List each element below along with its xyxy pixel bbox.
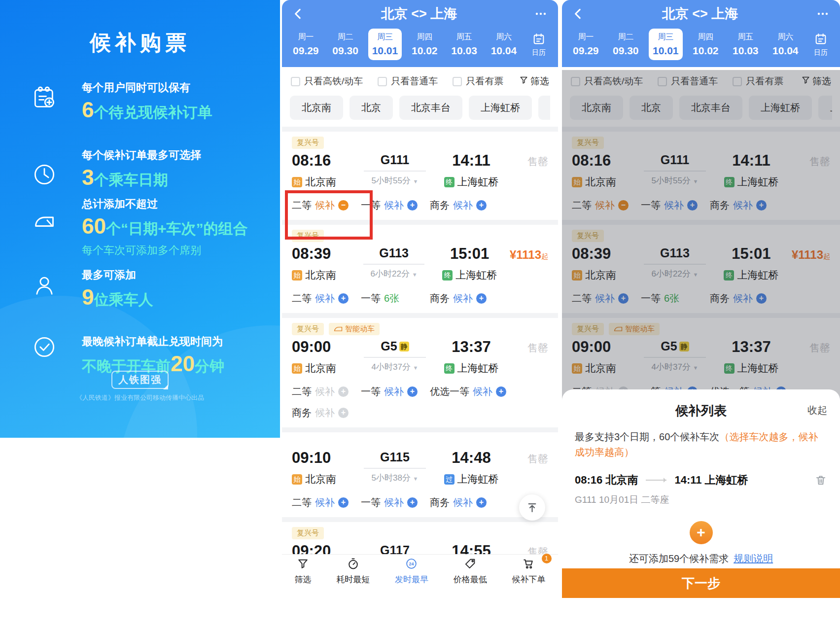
station-chip[interactable]: 上 [538,96,550,120]
station-chip[interactable]: 上海虹桥 [469,96,532,120]
arrival-station: 终上海虹桥 [431,175,512,189]
date-tab[interactable]: 周三10.01 [368,29,402,60]
filter-checkbox[interactable] [291,77,300,86]
plus-circle-icon[interactable]: + [407,497,418,508]
seat-class-label: 商务 [430,292,450,305]
duration-dropdown[interactable]: 5小时38分 ▼ [359,472,431,484]
seat-waitlist-toggle[interactable]: 二等候补− [292,199,361,212]
poster-text-span: 每个车次可添加多个席别 [82,244,201,256]
origin-badge: 始 [292,363,302,374]
date-tab[interactable]: 周一09.29 [569,29,603,60]
date-dow: 周四 [693,32,719,42]
entry-detail: G111 10月01日 二等座 [575,493,827,506]
calendar-label: 日历 [808,48,833,57]
duration-dropdown[interactable]: 4小时37分 ▼ [359,361,431,373]
back-button[interactable] [292,7,305,20]
funnel-icon[interactable] [519,75,528,87]
duration-dropdown[interactable]: 5小时55分 ▼ [359,175,431,186]
more-menu-button[interactable] [533,7,548,20]
plus-circle-icon[interactable]: + [476,200,487,210]
date-tab[interactable]: 周四10.02 [408,29,442,60]
sheet-title: 候补列表 [675,403,727,418]
seat-waitlist-toggle[interactable]: 二等候补+ [292,496,361,509]
duration-text: 4小时37分 [372,362,413,372]
delete-entry-button[interactable] [814,474,827,487]
back-to-top-button[interactable] [519,494,545,521]
date-tab[interactable]: 周四10.02 [689,29,723,60]
date-tab[interactable]: 周一09.29 [289,29,323,60]
filter-button[interactable]: 筛选 [519,75,549,88]
plus-circle-icon[interactable]: + [338,497,349,508]
waitlist-entry-row[interactable]: 08:16 北京南 14:11 上海虹桥 [575,473,827,488]
date-tab[interactable]: 周六10.04 [487,29,521,60]
header-row: 北京 <> 上海 [562,0,840,28]
date-tab[interactable]: 周五10.03 [729,29,763,60]
minus-circle-icon[interactable]: − [338,200,349,210]
plus-circle-icon[interactable]: + [338,408,349,418]
poster-text-span: 每个用户同时可以保有 [82,81,190,94]
seat-waitlist-toggle[interactable]: 一等6张 [361,292,430,305]
collapse-button[interactable]: 收起 [807,404,827,417]
train-row-card[interactable]: 复兴号智能动车09:00始北京南G5静4小时37分 ▼13:37终上海虹桥售罄二… [282,318,558,427]
add-waitlist-button[interactable]: + [690,521,713,544]
seat-waitlist-toggle[interactable]: 二等候补+ [292,385,361,398]
seat-waitlist-toggle[interactable]: 优选一等候补+ [430,385,506,398]
seat-waitlist-toggle[interactable]: 一等候补+ [361,496,430,509]
date-tab[interactable]: 周二09.30 [609,29,643,60]
plus-circle-icon[interactable]: + [338,293,349,304]
calendar-icon[interactable] [532,39,546,47]
filter-checkbox[interactable] [378,77,387,86]
plus-circle-icon[interactable]: + [476,293,487,304]
next-step-button[interactable]: 下一步 [562,568,840,598]
seat-waitlist-toggle[interactable]: 商务候补+ [430,199,499,212]
plus-circle-icon[interactable]: + [496,386,506,397]
filter-option[interactable]: 只看高铁/动车 [291,75,363,88]
station-chip[interactable]: 北京 [350,96,393,120]
date-value: 10.02 [412,45,438,56]
seat-class-label: 优选一等 [430,385,469,398]
seat-waitlist-toggle[interactable]: 二等候补+ [292,292,361,305]
filter-option[interactable]: 只看有票 [453,75,503,88]
filter-option[interactable]: 只看普通车 [378,75,438,88]
calendar-tab[interactable]: 日历 [808,32,833,57]
plus-circle-icon[interactable]: + [338,386,349,397]
date-tab[interactable]: 周五10.03 [447,29,481,60]
seat-waitlist-toggle[interactable]: 商务候补+ [292,406,361,420]
duration-dropdown[interactable]: 6小时22分 ▼ [358,268,430,280]
calendar-icon[interactable] [814,39,828,47]
tab-筛选[interactable]: 筛选 [294,558,311,585]
train-row-card[interactable]: 复兴号08:16始北京南G1115小时55分 ▼14:11终上海虹桥售罄二等候补… [282,132,558,220]
back-button[interactable] [572,7,585,20]
seat-value: 6张 [384,292,399,305]
rules-link[interactable]: 规则说明 [734,553,773,564]
date-tab[interactable]: 周二09.30 [328,29,362,60]
arrival-time: 15:01 [429,244,510,264]
tab-发时最早[interactable]: 24发时最早 [395,558,428,585]
plus-circle-icon[interactable]: + [407,200,418,210]
seat-waitlist-toggle[interactable]: 商务候补+ [430,292,499,305]
date-value: 10.01 [653,45,679,56]
date-tab[interactable]: 周六10.04 [769,29,803,60]
station-chip[interactable]: 北京丰台 [399,96,462,120]
train-row-card[interactable]: 09:10始北京南G1155小时38分 ▼14:48过上海虹桥售罄二等候补+一等… [282,432,558,517]
more-menu-button[interactable] [815,7,830,20]
date-tab[interactable]: 周三10.01 [649,29,683,60]
train-main-row: 08:16始北京南G1115小时55分 ▼14:11终上海虹桥售罄 [292,151,548,189]
seat-waitlist-toggle[interactable]: 一等候补+ [361,385,430,398]
calendar-tab[interactable]: 日历 [526,32,551,57]
tab-耗时最短[interactable]: 耗时最短 [336,558,370,585]
poster-line: 不晚于开车前20分钟 [82,351,275,379]
train-code: G113 [379,246,409,260]
departure-time: 09:00 [292,337,359,357]
filter-checkbox[interactable] [453,77,462,86]
plus-circle-icon[interactable]: + [476,497,487,508]
seat-value: 候补 [453,292,473,305]
date-value: 09.30 [613,45,639,56]
tab-候补下单[interactable]: 候补下单1 [512,558,546,585]
tab-价格最低[interactable]: 价格最低 [454,558,487,585]
seat-waitlist-toggle[interactable]: 商务候补+ [430,496,499,509]
plus-circle-icon[interactable]: + [407,386,418,397]
poster-title: 候补购票 [0,29,280,57]
train-mini-icon[interactable] [334,325,343,333]
station-chip[interactable]: 北京南 [290,96,343,120]
